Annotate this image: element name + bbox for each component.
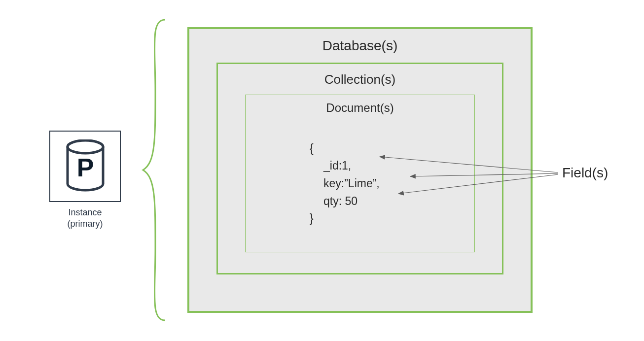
database-cylinder-icon: P [63, 139, 107, 194]
doc-close-brace: } [310, 212, 314, 225]
instance-caption-line2: (primary) [68, 219, 103, 229]
fields-label: Field(s) [562, 165, 608, 181]
instance-letter: P [76, 153, 94, 182]
doc-open-brace: { [310, 142, 314, 155]
instance-square: P [49, 131, 121, 202]
document-body: { _id:1, key:”Lime”, qty: 50 } [310, 122, 380, 245]
instance-caption-line1: Instance [68, 207, 102, 217]
collection-box: Collection(s) Document(s) { _id:1, key:”… [216, 63, 503, 274]
curly-brace [141, 17, 170, 323]
database-box: Database(s) Collection(s) Document(s) { … [187, 27, 533, 313]
svg-point-1 [68, 140, 103, 153]
doc-field-id: _id:1, [310, 157, 351, 175]
instance-icon-block: P Instance (primary) [47, 131, 123, 229]
document-label: Document(s) [246, 95, 474, 115]
collection-label: Collection(s) [218, 64, 502, 87]
doc-field-qty: qty: 50 [310, 193, 358, 210]
instance-caption: Instance (primary) [47, 207, 123, 229]
doc-field-key: key:”Lime”, [310, 175, 380, 193]
database-label: Database(s) [189, 29, 531, 54]
document-box: Document(s) { _id:1, key:”Lime”, qty: 50… [245, 95, 475, 252]
